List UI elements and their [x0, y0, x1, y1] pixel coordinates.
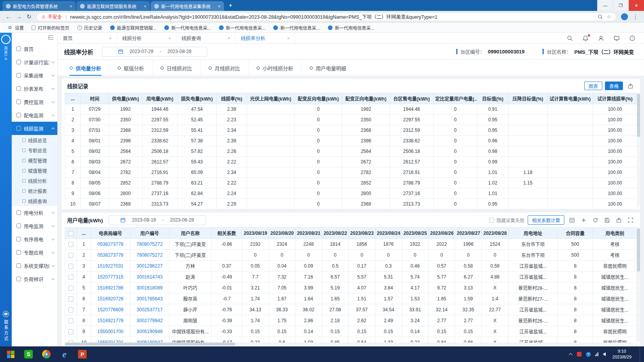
- sidebar-item[interactable]: 抄表发布: [12, 82, 57, 95]
- hide-failed-toggle[interactable]: 隐藏采集失败: [489, 217, 525, 224]
- column-header[interactable]: 用电类别: [593, 228, 637, 239]
- save-icon[interactable]: [603, 216, 611, 224]
- contact-block[interactable]: ☎ 联系方式: [3, 311, 9, 346]
- column-header[interactable]: 压降目标值(%): [509, 93, 548, 104]
- column-header[interactable]: 定比定量用户电量(...: [434, 93, 477, 104]
- subtab-item[interactable]: 用户电量明细: [302, 60, 354, 76]
- sidebar-item[interactable]: 配电监测: [12, 108, 57, 122]
- sidebar-subitem[interactable]: 线损总览: [12, 135, 57, 145]
- volume-icon[interactable]: [603, 352, 606, 356]
- table-row[interactable]: 415207773153001614743赵涛-0.497.77.327.166…: [65, 272, 637, 282]
- bookmark-item[interactable]: 能源互联网营销服...: [107, 23, 160, 32]
- workspace-tab[interactable]: 首页×: [58, 33, 117, 43]
- table-cell[interactable]: 1520777315: [91, 272, 130, 282]
- browser-menu-icon[interactable]: ⋮: [633, 14, 639, 20]
- table-cell[interactable]: 3002537717: [130, 304, 169, 315]
- tab-close-icon[interactable]: ×: [218, 4, 221, 9]
- table-cell[interactable]: 1516921786: [91, 282, 130, 293]
- start-button[interactable]: [2, 346, 20, 362]
- sidebar-item[interactable]: 首页: [12, 42, 57, 55]
- column-header[interactable]: 2023/08/28: [482, 228, 508, 239]
- search-icon[interactable]: [567, 35, 573, 41]
- table-row[interactable]: 715207766093002537717薛小芹-0.7634.1336.333…: [65, 304, 637, 315]
- column-header[interactable]: 试计算售电量(kWh): [548, 93, 593, 104]
- notifications-bell-icon[interactable]: [582, 35, 589, 41]
- correlation-calc-button[interactable]: 相关系数计算: [528, 215, 564, 225]
- sidebar-subitem[interactable]: 线损分析: [12, 176, 57, 186]
- column-header[interactable]: 2023/08/25: [402, 228, 428, 239]
- date-from[interactable]: 2023-07-29: [130, 49, 153, 54]
- forward-icon[interactable]: →: [16, 14, 22, 20]
- tab-close-icon[interactable]: ×: [169, 36, 171, 41]
- column-header[interactable]: 试计算线损率(%): [593, 93, 637, 104]
- layout-icon[interactable]: [568, 216, 576, 224]
- close-button[interactable]: ×: [628, 0, 644, 11]
- add-icon[interactable]: [579, 216, 588, 224]
- tab-close-icon[interactable]: ×: [287, 36, 290, 41]
- column-header[interactable]: ...: [77, 228, 91, 239]
- view-table-button[interactable]: 表格: [605, 82, 623, 90]
- table-cell[interactable]: 3001296227: [130, 261, 169, 272]
- sidebar-item[interactable]: 采集运维: [12, 69, 57, 82]
- scrollbar-thumb[interactable]: [637, 94, 640, 137]
- bookmark-item[interactable]: 打开新的标签页: [28, 23, 73, 32]
- column-header[interactable]: 合同容量: [558, 228, 593, 239]
- scrollbar-thumb[interactable]: [65, 342, 235, 346]
- subtab-item[interactable]: 月线损对比: [201, 60, 249, 76]
- column-header[interactable]: 2023/08/24: [375, 228, 402, 239]
- table-cell[interactable]: 0538273778: [91, 239, 130, 250]
- table-cell[interactable]: 3002779942: [130, 315, 169, 326]
- subtab-item[interactable]: 赋值分析: [110, 60, 153, 76]
- table-row[interactable]: 107/2919921944.4647.542.39019921944.4600…: [65, 104, 637, 115]
- tab-close-icon[interactable]: ×: [144, 4, 146, 9]
- subtab-item[interactable]: 供电量分析: [62, 60, 110, 76]
- row-checkbox[interactable]: [68, 253, 73, 258]
- help-icon[interactable]: ?: [629, 35, 635, 41]
- table-row[interactable]: 105382737787808075272下坝(二)环美变-0.66219223…: [65, 239, 637, 250]
- bookmark-item[interactable]: 历史记录: [74, 23, 106, 32]
- bookmark-item[interactable]: 新一代用电信息采...: [324, 23, 378, 32]
- sidebar-subitem[interactable]: 赋值管理: [12, 165, 57, 176]
- taskbar-chrome[interactable]: [37, 346, 55, 362]
- table-cell[interactable]: 7808075272: [130, 250, 169, 261]
- table-cell[interactable]: 1516921776: [91, 315, 130, 326]
- column-header[interactable]: 用电地址: [508, 228, 557, 239]
- user-date-to[interactable]: 2023-08-28: [170, 217, 194, 223]
- workspace-tab[interactable]: 线损率分析×: [236, 33, 295, 43]
- table-row[interactable]: 515169217863001618089叶巧巧-0.013.217.053.9…: [65, 282, 637, 293]
- table-cell[interactable]: 1519227031: [91, 261, 130, 272]
- table-row[interactable]: 307/3123682312.5955.412.34023682312.5900…: [65, 125, 637, 136]
- column-header[interactable]: 光伏上网电量(kWh): [247, 93, 295, 104]
- table-cell[interactable]: 1520776609: [91, 304, 130, 315]
- taskbar-ie[interactable]: e: [55, 346, 73, 362]
- column-header[interactable]: 2023/08/19: [242, 228, 269, 239]
- sidebar-collapse-icon[interactable]: [12, 33, 57, 42]
- column-header[interactable]: 用电量(kWh): [142, 93, 178, 104]
- vertical-scrollbar[interactable]: [637, 94, 640, 207]
- browser-tab[interactable]: 新一代用电信息采集系统×: [151, 1, 224, 11]
- table-row[interactable]: 915550017003005190946中国铁塔股份有...-0.330.15…: [65, 326, 637, 337]
- new-tab-button[interactable]: +: [229, 2, 232, 9]
- table-row[interactable]: 207/3023502297.5552.452.23023502297.5500…: [65, 115, 637, 125]
- sidebar-item[interactable]: 计量运行监测: [12, 55, 57, 69]
- fullscreen-icon[interactable]: [626, 216, 635, 224]
- table-row[interactable]: 508/0225642506.1857.822.26025642506.1800…: [65, 146, 637, 157]
- url-field[interactable]: ⚠不安全 | neweic.js.sgcc.com.cn/#/llm/line/…: [36, 12, 616, 21]
- export-icon[interactable]: [614, 216, 623, 224]
- column-header[interactable]: 相关系数: [212, 228, 242, 239]
- sidebar-subitem[interactable]: 统计报表: [12, 186, 57, 196]
- row-checkbox[interactable]: [68, 329, 73, 334]
- table-row[interactable]: 608/0326722612.5759.432.22026722612.5700…: [65, 157, 637, 167]
- subtab-item[interactable]: 日线损对比: [153, 60, 201, 76]
- column-header[interactable]: 配变正向电量(kWh): [342, 93, 390, 104]
- sidebar-item[interactable]: 专题应用: [12, 246, 57, 259]
- maximize-button[interactable]: ❐: [613, 0, 628, 11]
- url-text[interactable]: neweic.js.sgcc.com.cn/#/llm/line/LineRat…: [70, 13, 594, 20]
- table-row[interactable]: 408/0123962338.6257.382.39023962338.6200…: [65, 136, 637, 146]
- column-header[interactable]: 用户名称: [169, 228, 211, 239]
- column-header[interactable]: ...: [65, 93, 81, 104]
- refresh-icon[interactable]: [591, 216, 600, 224]
- vertical-scrollbar[interactable]: [637, 228, 640, 342]
- user-date-range-picker[interactable]: 2023-08-19 - 2023-08-28: [109, 215, 206, 225]
- export-icon[interactable]: [626, 82, 635, 90]
